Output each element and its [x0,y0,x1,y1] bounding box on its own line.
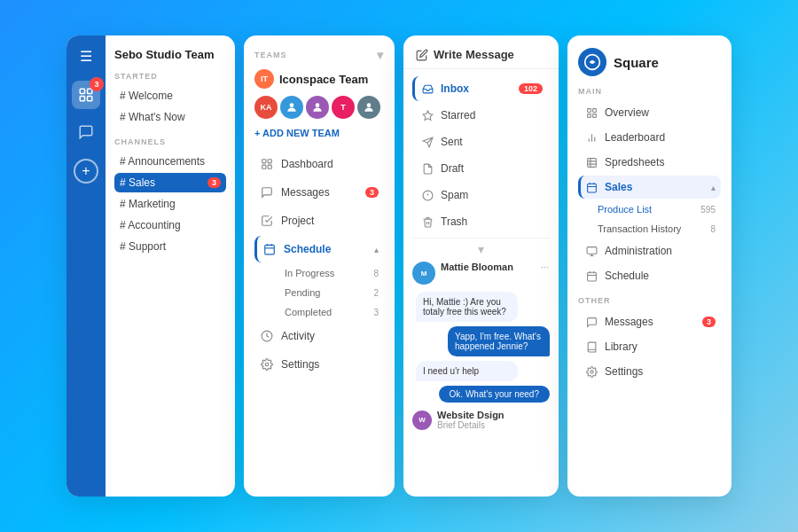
subnav-pending[interactable]: Pending2 [279,284,384,301]
write-message-button[interactable]: Write Message [416,48,546,61]
channel-welcome[interactable]: # Welcome [114,86,226,106]
p4-settings[interactable]: Settings [578,360,721,383]
channel-sales[interactable]: # Sales 3 [114,173,226,192]
schedule-icon [262,242,277,256]
inbox-badge: 102 [519,83,543,94]
messages-nav-badge: 3 [365,187,379,198]
sales-badge: 3 [207,177,221,188]
add-team-button[interactable]: + ADD NEW TEAM [254,128,384,138]
nav-activity[interactable]: Activity [254,323,384,349]
nav-trash[interactable]: Trash [412,209,550,234]
channel-accounting[interactable]: # Accounting [114,215,226,235]
p4-administration[interactable]: Administration [578,239,721,262]
svg-point-16 [265,363,269,366]
chat-bubbles: Hi, Mattie :) Are you totaly free this w… [412,292,550,403]
svg-point-24 [547,267,548,268]
reply-button[interactable]: Ok. What's your need? [439,386,550,403]
p4-transaction-history[interactable]: Transaction History 8 [578,220,721,238]
sales-expand-icon[interactable]: ▴ [711,183,716,192]
sales-subnav: Produce List 595 Transaction History 8 [578,200,721,238]
settings-label: Settings [281,358,319,371]
nav-spam[interactable]: Spam [412,183,550,207]
p4-leaderboard[interactable]: Leaderboard [578,126,721,149]
nav-dashboard[interactable]: Dashboard [254,151,384,177]
avatar-5 [357,96,380,119]
team-badge: 3 [90,77,104,91]
nav-schedule[interactable]: Schedule ▴ [254,236,384,262]
p4-produce-list[interactable]: Produce List 595 [578,200,721,218]
p4-schedule-icon [586,270,598,282]
other-section-label: OTHER [578,296,721,305]
svg-rect-9 [262,165,266,168]
last-message-preview: Brief Details [437,420,505,430]
svg-marker-17 [423,111,433,120]
svg-point-6 [367,103,372,107]
dashboard-icon [260,157,274,171]
svg-rect-34 [588,158,597,167]
p4-messages[interactable]: Messages 3 [578,310,721,333]
svg-rect-11 [265,245,275,254]
chat-contact-name: Mattie Blooman [441,262,550,272]
sidebar-content: Sebo Studio Team STARTED # Welcome # Wha… [106,35,235,497]
draft-icon [422,163,434,175]
p4-overview[interactable]: Overview [578,101,721,124]
channel-marketing[interactable]: # Marketing [114,194,226,214]
avatar-1: KA [254,96,278,119]
nav-starred[interactable]: Starred [412,103,550,128]
channel-announcements[interactable]: # Announcements [114,152,226,171]
administration-icon [586,246,598,257]
library-icon [586,341,598,353]
svg-rect-28 [593,108,597,112]
svg-point-49 [591,370,593,372]
team-avatars: KA T [254,96,384,119]
leaderboard-icon [586,132,598,144]
p4-spreadsheets[interactable]: Spredsheets [578,151,721,174]
nav-sent[interactable]: Sent [412,129,550,154]
svg-rect-8 [268,160,271,163]
schedule-expand-icon[interactable]: ▴ [374,245,379,254]
svg-rect-10 [268,165,271,168]
avatar-3 [306,96,329,119]
channel-whats-new[interactable]: # What's Now [114,107,226,127]
schedule-subnav: In Progress8 Pending2 Completed3 [254,264,384,321]
teams-expand-icon[interactable]: ▾ [377,48,384,62]
add-icon-btn[interactable]: + [74,159,98,184]
chat-icon [78,124,94,140]
avatar-2 [280,96,303,119]
svg-rect-38 [588,184,597,192]
nav-messages[interactable]: Messages 3 [254,179,384,206]
chat-icon-btn[interactable] [72,118,100,146]
square-title: Square [614,55,659,70]
p4-library[interactable]: Library [578,335,721,358]
sidebar-team-title: Sebo Studio Team [114,48,226,61]
subnav-in-progress[interactable]: In Progress8 [279,264,384,282]
p4-sales[interactable]: Sales ▴ [578,176,721,199]
svg-rect-2 [80,97,84,101]
star-icon [422,110,434,121]
chat-expand-icon[interactable]: ▾ [412,242,550,256]
p4-messages-badge: 3 [702,317,716,327]
project-icon [260,214,274,228]
p4-schedule[interactable]: Schedule [578,264,721,287]
square-logo-icon [583,53,601,71]
team-name: IT Iconspace Team [254,69,384,89]
chat-bubble-received-1: Hi, Mattie :) Are you totaly free this w… [416,292,518,322]
started-label: STARTED [114,72,226,81]
nav-draft[interactable]: Draft [412,156,550,181]
hamburger-icon[interactable]: ☰ [80,48,92,65]
activity-label: Activity [281,330,315,342]
team-icon-btn[interactable]: 3 [72,81,100,109]
chat-avatar-mattie: M [412,262,435,285]
ellipsis-icon [540,262,550,272]
project-label: Project [281,215,314,227]
settings-icon [260,357,274,372]
panel-inbox: Write Message Inbox 102 Starred Sent Dra… [403,35,559,497]
nav-project[interactable]: Project [254,207,384,234]
nav-settings[interactable]: Settings [254,351,384,378]
svg-point-5 [316,103,320,107]
channel-support[interactable]: # Support [114,237,226,256]
nav-inbox[interactable]: Inbox 102 [412,76,550,101]
panels-container: ☰ 3 + Sebo Studio Team STARTED # Welcome… [49,18,749,514]
panel-sidebar: ☰ 3 + Sebo Studio Team STARTED # Welcome… [66,35,235,497]
subnav-completed[interactable]: Completed3 [279,303,384,321]
